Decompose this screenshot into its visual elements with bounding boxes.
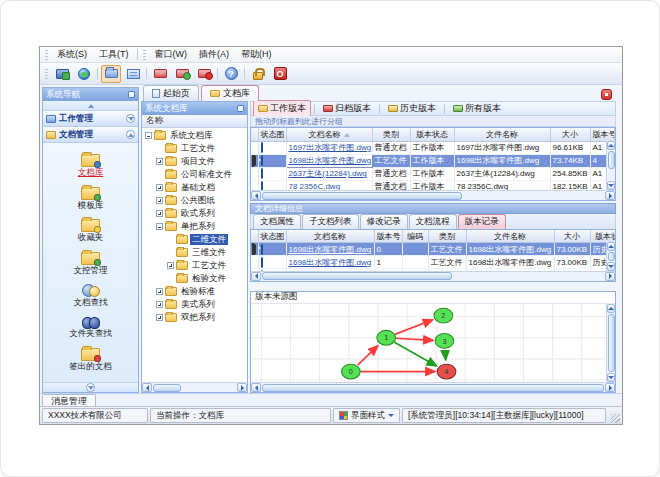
details-tab-2[interactable]: 子文档列表 xyxy=(302,214,359,229)
version-button-4[interactable]: 所有版本 xyxy=(448,100,506,117)
column-header[interactable]: 签出状态 xyxy=(614,128,616,141)
tree-node-12[interactable]: 检验文件 xyxy=(142,272,247,285)
tree-toggle-plus-icon[interactable] xyxy=(156,314,163,321)
graph-vscrollbar[interactable] xyxy=(606,304,615,382)
scroll-down-button[interactable] xyxy=(607,181,615,190)
tree-node-15[interactable]: 双把系列 xyxy=(142,311,247,324)
scroll-down-button[interactable] xyxy=(607,262,615,271)
pushpin-icon[interactable] xyxy=(237,105,244,112)
resize-grip[interactable] xyxy=(608,408,620,423)
table-row[interactable]: 1697出水嘴零件图.dwg普通文档工作版本1697出水嘴零件图.dwg96.6… xyxy=(251,141,616,154)
more-items-button[interactable] xyxy=(86,383,95,392)
scrollbar-thumb[interactable] xyxy=(153,384,181,392)
scroll-left-button[interactable] xyxy=(142,383,152,392)
version-graph[interactable]: 01234 xyxy=(251,304,615,382)
menu-item-2[interactable]: 工具(T) xyxy=(93,47,135,62)
version-button-1[interactable]: 工作版本 xyxy=(253,100,311,117)
menu-item-1[interactable]: 系统(S) xyxy=(51,47,93,62)
tree-node-1[interactable]: 系统文档库 xyxy=(142,129,247,142)
sidebar-group-work[interactable]: 工作管理 xyxy=(43,111,138,127)
tab-message-management[interactable]: 消息管理 xyxy=(42,394,96,406)
tree-node-6[interactable]: 公共图纸 xyxy=(142,194,247,207)
tree-node-9[interactable]: 二维文件 xyxy=(142,233,247,246)
column-header[interactable]: 文件名称 xyxy=(454,128,550,141)
document-link[interactable]: 1698出水嘴零件图.dwg xyxy=(289,156,372,165)
scroll-right-button[interactable] xyxy=(605,191,615,200)
tree-node-11[interactable]: 工艺文件 xyxy=(142,259,247,272)
toolbar-button-help[interactable]: ? xyxy=(221,65,241,83)
sidebar-collapse-strip[interactable] xyxy=(43,101,138,111)
sidebar-item-4[interactable]: 文控管理 xyxy=(43,252,138,275)
tree-toggle-plus-icon[interactable] xyxy=(167,262,174,269)
scrollbar-thumb[interactable] xyxy=(608,314,615,372)
scroll-up-button[interactable] xyxy=(607,141,615,150)
scroll-left-button[interactable] xyxy=(251,191,261,200)
tree-node-10[interactable]: 三维文件 xyxy=(142,246,247,259)
scroll-up-button[interactable] xyxy=(607,304,615,313)
scroll-down-button[interactable] xyxy=(607,373,615,382)
tree-toggle-minus-icon[interactable] xyxy=(145,132,152,139)
interface-style-selector[interactable]: 界面样式 xyxy=(333,408,400,423)
column-header[interactable]: 状态图 xyxy=(258,230,286,243)
document-link[interactable]: 1697出水嘴零件图.dwg xyxy=(289,143,372,152)
table-row[interactable]: 1698出水嘴零件图.dwg0工艺文件1698出水嘴零件图.dwg73.00KB… xyxy=(251,243,616,256)
version-grid-vscrollbar[interactable] xyxy=(606,242,615,271)
documents-grid-hscrollbar[interactable] xyxy=(251,190,615,200)
column-header[interactable]: 文件名称 xyxy=(466,230,554,243)
tree-toggle-plus-icon[interactable] xyxy=(156,301,163,308)
menu-item-3[interactable]: 窗口(W) xyxy=(149,47,194,62)
column-header[interactable]: 类别 xyxy=(372,128,410,141)
scroll-right-button[interactable] xyxy=(605,272,615,281)
document-link[interactable]: 1698出水嘴零件图.dwg xyxy=(289,258,372,267)
table-row[interactable]: 1698出水嘴零件图.dwg工艺文件工作版本1698出水嘴零件图.dwg73.7… xyxy=(251,154,616,167)
tree-node-13[interactable]: 检验标准 xyxy=(142,285,247,298)
toolbar-button-exit[interactable]: O xyxy=(270,65,290,83)
tree-node-7[interactable]: 欧式系列 xyxy=(142,207,247,220)
document-link[interactable]: 2637主体(12284).dwg xyxy=(289,169,367,178)
sidebar-item-2[interactable]: 模板库 xyxy=(43,187,138,210)
tab-start-page[interactable]: 起始页 xyxy=(143,85,199,101)
column-header[interactable]: 版本号 xyxy=(374,230,402,243)
tree-toggle-plus-icon[interactable] xyxy=(156,197,163,204)
table-row[interactable]: 2637主体(12284).dwg普通文档工作版本2637主体(12284).d… xyxy=(251,167,616,180)
sidebar-item-5[interactable]: 文档查找 xyxy=(43,284,138,307)
toolbar-button-globe[interactable] xyxy=(74,65,94,83)
sidebar-overflow-strip[interactable] xyxy=(43,382,138,392)
documents-grid-vscrollbar[interactable] xyxy=(606,141,615,190)
scrollbar-thumb[interactable] xyxy=(262,272,452,280)
graph-hscrollbar[interactable] xyxy=(251,382,615,392)
version-grid-hscrollbar[interactable] xyxy=(251,271,615,281)
column-header[interactable]: 版本号 xyxy=(590,128,614,141)
tree-horizontal-scrollbar[interactable] xyxy=(142,382,247,392)
toolbar-button-mail-delete[interactable] xyxy=(194,65,214,83)
column-header[interactable]: 文档名称 xyxy=(286,230,374,243)
document-link[interactable]: 1698出水嘴零件图.dwg xyxy=(289,245,372,254)
column-header[interactable]: 状态图 xyxy=(258,128,286,141)
details-tab-5[interactable]: 版本记录 xyxy=(458,214,506,229)
tree-node-8[interactable]: 单把系列 xyxy=(142,220,247,233)
menu-item-4[interactable]: 插件(A) xyxy=(193,47,235,62)
details-tab-1[interactable]: 文档属性 xyxy=(253,214,301,229)
column-header[interactable]: 版本状态 xyxy=(410,128,454,141)
close-tab-button[interactable] xyxy=(601,89,612,100)
column-header[interactable]: 文档名称 xyxy=(286,128,372,141)
scroll-right-button[interactable] xyxy=(237,383,247,392)
toolbar-grip[interactable] xyxy=(143,50,146,60)
column-header[interactable]: 大小 xyxy=(554,230,590,243)
toolbar-button-library-grid[interactable] xyxy=(123,65,143,83)
sidebar-item-3[interactable]: 收藏夹 xyxy=(43,219,138,242)
tree-node-4[interactable]: 公司标准文件 xyxy=(142,168,247,181)
sidebar-item-1[interactable]: 文档库 xyxy=(43,154,138,177)
tree-node-14[interactable]: 美式系列 xyxy=(142,298,247,311)
tab-document-library[interactable]: 文档库 xyxy=(201,85,259,101)
tree-toggle-plus-icon[interactable] xyxy=(156,158,163,165)
scrollbar-thumb[interactable] xyxy=(608,151,615,169)
toolbar-grip[interactable] xyxy=(45,50,48,60)
menu-item-5[interactable]: 帮助(H) xyxy=(235,47,278,62)
column-header[interactable]: 编码 xyxy=(402,230,428,243)
version-button-3[interactable]: 历史版本 xyxy=(383,100,441,117)
tree-node-2[interactable]: 工艺文件 xyxy=(142,142,247,155)
collapse-group-button[interactable] xyxy=(126,130,135,139)
tree-node-3[interactable]: 项目文件 xyxy=(142,155,247,168)
scroll-up-button[interactable] xyxy=(607,242,615,251)
